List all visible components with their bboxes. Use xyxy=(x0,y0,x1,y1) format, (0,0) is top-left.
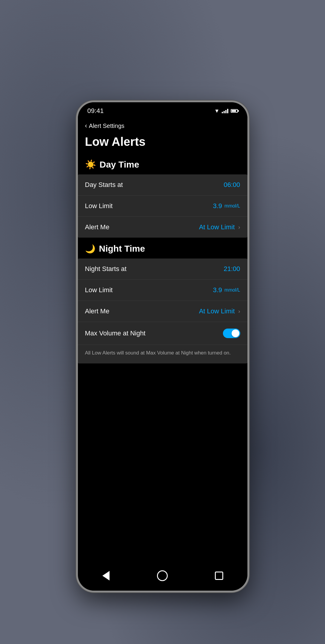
toggle-thumb xyxy=(232,329,239,337)
night-starts-at-label: Night Starts at xyxy=(85,265,127,273)
day-alert-me-label: Alert Me xyxy=(85,223,110,231)
battery-icon xyxy=(231,109,238,113)
day-alert-me-row[interactable]: Alert Me At Low Limit › xyxy=(78,217,247,238)
night-starts-at-value: 21:00 xyxy=(224,265,240,273)
nav-home-circle-icon xyxy=(157,570,168,581)
nav-recents-square-icon xyxy=(215,572,223,580)
nav-home-button[interactable] xyxy=(156,570,168,582)
page-title: Low Alerts xyxy=(78,133,247,154)
night-low-limit-label: Low Limit xyxy=(85,286,113,294)
sun-icon: ☀️ xyxy=(85,159,96,170)
signal-icon xyxy=(222,109,228,113)
day-starts-at-value: 06:00 xyxy=(224,181,240,189)
back-label: Alert Settings xyxy=(89,123,124,129)
night-settings-group: Night Starts at 21:00 Low Limit 3.9 mmol… xyxy=(78,258,247,363)
night-time-title: Night Time xyxy=(99,244,145,254)
bottom-nav xyxy=(78,564,247,591)
day-alert-chevron-icon: › xyxy=(238,224,240,230)
night-alert-chevron-icon: › xyxy=(238,308,240,315)
day-low-limit-value: 3.9 mmol/L xyxy=(213,202,240,210)
phone-frame: 09:41 ▼ xyxy=(76,100,249,592)
day-settings-group: Day Starts at 06:00 Low Limit 3.9 mmol/L xyxy=(78,174,247,238)
nav-recents-button[interactable] xyxy=(213,570,225,582)
day-low-limit-label: Low Limit xyxy=(85,202,113,210)
page-wrapper: Set customized alerts and reminders 09:4… xyxy=(0,0,325,644)
moon-icon: 🌙 xyxy=(85,244,96,254)
day-starts-at-label: Day Starts at xyxy=(85,181,123,189)
night-alert-me-label: Alert Me xyxy=(85,307,110,315)
volume-note: All Low Alerts will sound at Max Volume … xyxy=(78,345,247,363)
back-arrow-icon: ‹ xyxy=(85,122,87,130)
day-starts-at-row[interactable]: Day Starts at 06:00 xyxy=(78,174,247,196)
day-low-limit-unit: mmol/L xyxy=(224,203,240,209)
night-alert-me-row[interactable]: Alert Me At Low Limit › xyxy=(78,301,247,322)
max-volume-row[interactable]: Max Volume at Night xyxy=(78,322,247,345)
day-time-title: Day Time xyxy=(100,160,139,170)
night-low-limit-value: 3.9 mmol/L xyxy=(213,286,240,294)
max-volume-toggle[interactable] xyxy=(223,329,240,338)
night-alert-me-value: At Low Limit › xyxy=(199,307,240,315)
nav-back-triangle-icon xyxy=(102,571,110,580)
night-starts-at-row[interactable]: Night Starts at 21:00 xyxy=(78,258,247,280)
nav-bar: ‹ Alert Settings xyxy=(78,117,247,133)
wifi-icon: ▼ xyxy=(214,108,219,114)
day-alert-me-value: At Low Limit › xyxy=(199,223,240,231)
night-time-section-header: 🌙 Night Time xyxy=(78,239,247,258)
day-low-limit-row[interactable]: Low Limit 3.9 mmol/L xyxy=(78,196,247,217)
night-low-limit-row[interactable]: Low Limit 3.9 mmol/L xyxy=(78,280,247,301)
back-button[interactable]: ‹ Alert Settings xyxy=(85,122,240,130)
status-bar: 09:41 ▼ xyxy=(78,102,247,117)
day-time-section-header: ☀️ Day Time xyxy=(78,154,247,174)
max-volume-toggle-container xyxy=(223,329,240,338)
phone-screen: 09:41 ▼ xyxy=(78,102,247,591)
status-icons: ▼ xyxy=(214,108,238,114)
night-low-limit-unit: mmol/L xyxy=(224,287,240,293)
status-time: 09:41 xyxy=(87,107,104,115)
max-volume-label: Max Volume at Night xyxy=(85,329,146,337)
nav-back-button[interactable] xyxy=(100,570,112,582)
app-content[interactable]: ‹ Alert Settings Low Alerts ☀️ Day Time … xyxy=(78,117,247,564)
